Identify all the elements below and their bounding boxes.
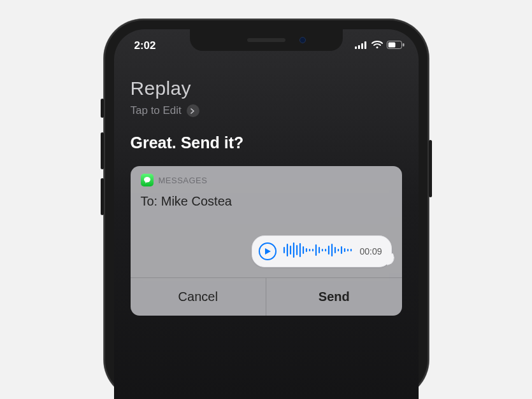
mute-switch [101,99,104,118]
wifi-icon [371,39,383,52]
recipient-name: Mike Costea [161,194,232,208]
cellular-signal-icon [355,39,368,52]
audio-duration: 00:09 [359,246,382,256]
svg-rect-6 [388,43,395,48]
svg-point-8 [144,177,150,182]
user-utterance: Replay [131,78,402,99]
play-button[interactable] [259,242,277,260]
chevron-right-icon [187,104,199,117]
phone-frame: 2:02 Replay Tap to Edit [104,19,429,399]
audio-message-bubble[interactable]: 00:09 [252,235,391,267]
waveform-icon [283,241,353,262]
send-button[interactable]: Send [266,278,402,316]
volume-down-button [101,178,104,215]
volume-up-button [101,132,104,169]
status-time: 2:02 [134,39,156,52]
front-camera [299,37,306,43]
svg-rect-2 [361,43,363,49]
messages-app-icon [141,174,154,186]
message-preview-card: MESSAGES To: Mike Costea [131,166,402,316]
tap-to-edit-label: Tap to Edit [131,104,182,117]
earpiece-speaker [247,38,285,42]
recipient-prefix: To: [141,194,161,208]
tap-to-edit-button[interactable]: Tap to Edit [131,104,402,117]
svg-rect-7 [403,43,405,46]
phone-screen: 2:02 Replay Tap to Edit [114,29,419,399]
app-label: MESSAGES [159,176,208,185]
svg-point-4 [376,46,378,48]
card-actions: Cancel Send [131,277,402,316]
play-icon [264,248,271,255]
power-button [429,140,432,197]
card-header: MESSAGES [131,166,402,193]
svg-rect-0 [355,46,357,49]
svg-rect-1 [358,45,360,49]
battery-icon [387,39,405,52]
notch [190,29,343,51]
recipient-line: To: Mike Costea [141,194,392,209]
cancel-button[interactable]: Cancel [131,278,267,316]
svg-rect-3 [364,41,366,49]
siri-prompt: Great. Send it? [131,134,402,152]
